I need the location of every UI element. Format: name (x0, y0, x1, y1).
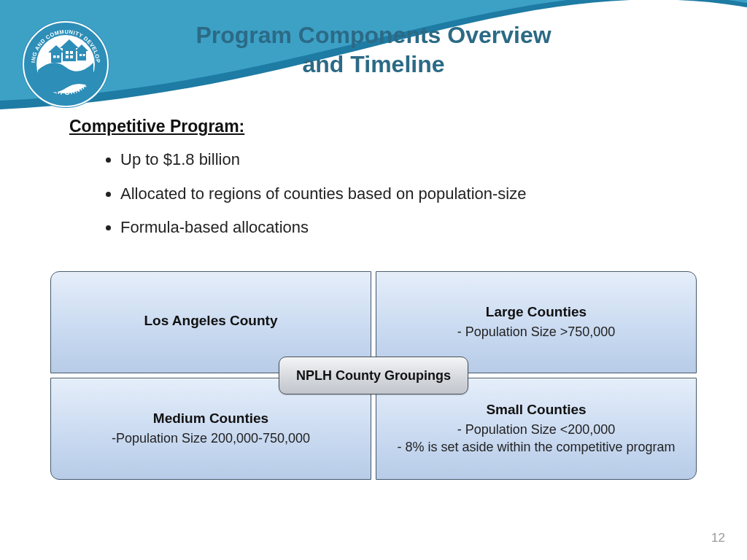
cell-line: -Population Size 200,000-750,000 (112, 429, 310, 447)
cell-line: - 8% is set aside within the competitive… (397, 438, 675, 456)
title-line-2: and Timeline (0, 50, 747, 79)
slide-title: Program Components Overview and Timeline (0, 20, 747, 79)
bullet-list: Up to $1.8 billion Allocated to regions … (120, 149, 689, 238)
cell-title: Small Counties (486, 402, 586, 418)
title-line-1: Program Components Overview (0, 20, 747, 50)
page-number: 12 (711, 531, 725, 545)
section-heading: Competitive Program: (69, 117, 689, 136)
cell-title: Large Counties (486, 304, 587, 320)
bullet-item: Up to $1.8 billion (120, 149, 689, 171)
quad-center-label: NPLH County Groupings (279, 357, 468, 394)
quad-chart: Los Angeles County Large Counties - Popu… (50, 271, 697, 480)
cell-title: Medium Counties (153, 411, 268, 427)
bullet-item: Allocated to regions of counties based o… (120, 184, 689, 205)
cell-line: - Population Size <200,000 (457, 421, 616, 438)
body-content: Competitive Program: Up to $1.8 billion … (69, 117, 689, 252)
cell-line: - Population Size >750,000 (457, 323, 616, 341)
bullet-item: Formula-based allocations (120, 217, 689, 238)
cell-title: Los Angeles County (144, 313, 278, 329)
slide: HOUSING AND COMMUNITY DEVELOPMENT • CALI… (0, 0, 747, 560)
